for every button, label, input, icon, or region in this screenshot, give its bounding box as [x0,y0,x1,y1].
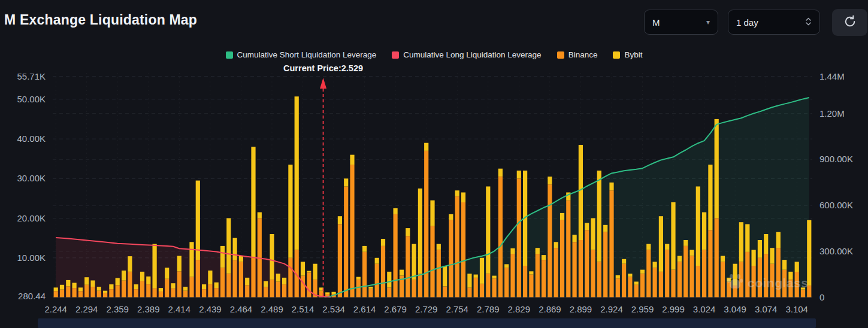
bar-binance [461,202,465,297]
left-axis-tick-label: 280.44 [18,291,46,301]
bar-binance [480,284,484,297]
bar-bybit [665,244,669,250]
bar-bybit [542,255,546,260]
bar-bybit [301,262,305,275]
bar-bybit [171,283,175,288]
bar-binance [467,287,471,297]
bar-binance [122,281,126,298]
bar-binance [548,184,552,297]
bar-binance [406,236,410,297]
bar-bybit [97,287,101,291]
bar-binance [208,284,212,297]
liquidation-map-panel: M Exchange Liquidation Map M ▾ 1 day Cum… [0,0,868,328]
bar-bybit [90,281,95,287]
left-axis-tick-label: 20.00K [17,213,46,223]
bar-bybit [140,272,144,281]
bar-binance [653,268,657,297]
bar-binance [276,282,280,298]
bar-bybit [116,278,120,286]
bar-bybit [412,244,416,280]
bar-binance [603,232,607,297]
bar-bybit [356,277,361,280]
bar-bybit [251,147,255,257]
bar-bybit [226,218,231,274]
x-axis-tick-label: 3.104 [785,304,808,314]
bar-binance [381,246,385,297]
bar-binance [78,291,83,297]
bar-bybit [486,187,490,274]
bar-bybit [696,187,700,266]
bar-binance [214,288,219,297]
bar-bybit [671,202,675,270]
bar-bybit [159,288,163,291]
bar-bybit [498,169,503,177]
bar-bybit [276,274,280,281]
bar-bybit [325,292,329,294]
bar-bybit [480,258,484,284]
bar-bybit [153,244,157,288]
bar-binance [529,275,533,297]
bar-bybit [60,285,64,290]
bar-binance [523,266,527,297]
bar-bybit [554,242,558,248]
bar-bybit [362,246,367,252]
bar-binance [307,272,311,297]
bar-binance [683,246,688,297]
bar-bybit [233,238,237,260]
bar-bybit [622,259,626,264]
bar-bybit [548,177,552,184]
bar-bybit [270,234,274,280]
bar-binance [622,264,626,297]
bar-bybit [350,155,354,165]
bar-bybit [573,235,577,242]
bar-bybit [529,271,533,274]
bar-binance [128,272,132,297]
bar-bybit [72,283,77,288]
bar-bybit [689,250,694,256]
right-axis-tick-label: 300.00K [819,246,853,256]
bar-bybit [739,222,743,262]
bar-bybit [795,262,799,272]
bar-bybit [66,280,70,287]
bar-bybit [189,242,193,277]
bar-bybit [338,216,342,224]
bar-bybit [560,213,564,220]
bar-binance [702,250,706,298]
bar-binance [270,280,274,297]
bar-bybit [659,216,663,272]
bar-binance [177,271,182,297]
bar-bybit [430,201,434,226]
bar-binance [659,272,663,297]
left-axis-tick-label: 50.00K [17,94,46,104]
bar-bybit [579,145,583,240]
bar-binance [560,220,564,297]
bar-bybit [307,271,311,273]
bar-bybit [640,270,645,274]
bar-bybit [715,119,719,218]
bar-binance [554,248,558,297]
bar-binance [368,288,373,297]
right-axis-tick-label: 900.00K [819,154,853,164]
bar-binance [103,293,107,297]
right-axis-tick-label: 0 [819,292,824,302]
bar-bybit [752,250,756,266]
bar-bybit [678,256,682,262]
bar-bybit [467,274,471,287]
bar-bybit [375,258,379,264]
bar-bybit [165,268,169,279]
bar-bybit [443,266,447,286]
bar-bybit [455,190,459,196]
bar-binance [504,268,509,297]
bar-binance [455,196,459,297]
bar-binance [220,268,225,297]
bar-bybit [245,278,249,286]
x-axis-tick-label: 2.514 [292,304,314,314]
bar-binance [510,254,515,297]
chart-zoom-scrollbar[interactable] [38,318,816,328]
left-axis-tick-label: 40.00K [17,133,46,144]
bar-bybit [146,277,150,284]
bar-binance [689,256,694,298]
bar-bybit [683,240,688,246]
bar-bybit [332,292,336,294]
bar-bybit [609,183,613,190]
